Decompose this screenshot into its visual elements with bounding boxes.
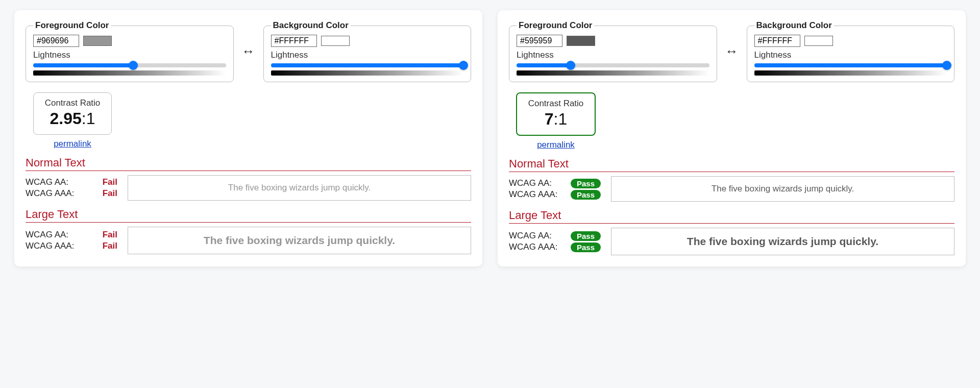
foreground-lightness-slider[interactable] bbox=[33, 63, 226, 76]
wcag-aaa-result: Pass bbox=[571, 190, 601, 200]
wcag-aaa-label: WCAG AAA: bbox=[26, 188, 74, 199]
contrast-ratio-suffix: :1 bbox=[82, 109, 95, 128]
contrast-panel-left: Foreground Color Lightness ↔ Background … bbox=[14, 10, 482, 266]
swap-colors-icon[interactable]: ↔ bbox=[724, 43, 740, 59]
color-inputs-row: Foreground Color Lightness ↔ Background … bbox=[26, 20, 471, 82]
wcag-aa-label: WCAG AA: bbox=[509, 178, 552, 188]
foreground-fieldset: Foreground Color Lightness bbox=[26, 20, 234, 82]
gradient-bar bbox=[271, 70, 464, 76]
lightness-label: Lightness bbox=[754, 50, 947, 60]
wcag-aa-result: Pass bbox=[571, 231, 601, 241]
large-text-criteria: WCAG AA:Fail WCAG AAA:Fail bbox=[26, 229, 117, 252]
foreground-swatch[interactable] bbox=[567, 36, 595, 46]
wcag-aa-label: WCAG AA: bbox=[509, 231, 552, 241]
large-text-heading: Large Text bbox=[26, 208, 471, 223]
normal-text-criteria: WCAG AA:Pass WCAG AAA:Pass bbox=[509, 177, 601, 201]
large-text-sample[interactable]: The five boxing wizards jump quickly. bbox=[128, 227, 471, 254]
normal-text-sample[interactable]: The five boxing wizards jump quickly. bbox=[128, 175, 471, 201]
background-legend: Background Color bbox=[754, 20, 834, 31]
wcag-aa-result: Pass bbox=[571, 179, 601, 188]
color-inputs-row: Foreground Color Lightness ↔ Background … bbox=[509, 20, 954, 82]
lightness-label: Lightness bbox=[33, 50, 226, 60]
contrast-panel-right: Foreground Color Lightness ↔ Background … bbox=[498, 10, 966, 266]
contrast-ratio-suffix: :1 bbox=[554, 110, 568, 128]
permalink-link[interactable]: permalink bbox=[537, 140, 575, 150]
foreground-hex-input[interactable] bbox=[517, 35, 562, 47]
background-lightness-slider[interactable] bbox=[271, 63, 464, 76]
wcag-aa-result: Fail bbox=[103, 230, 117, 240]
lightness-label: Lightness bbox=[517, 50, 709, 60]
background-legend: Background Color bbox=[271, 20, 351, 31]
swap-colors-icon[interactable]: ↔ bbox=[241, 43, 256, 59]
contrast-ratio-number: 2.95 bbox=[50, 109, 82, 128]
gradient-bar bbox=[517, 70, 709, 76]
contrast-ratio-title: Contrast Ratio bbox=[45, 98, 101, 108]
contrast-ratio-number: 7 bbox=[545, 110, 554, 128]
large-text-sample[interactable]: The five boxing wizards jump quickly. bbox=[611, 228, 954, 255]
foreground-lightness-slider[interactable] bbox=[517, 63, 709, 76]
foreground-legend: Foreground Color bbox=[33, 20, 111, 31]
background-swatch[interactable] bbox=[321, 36, 350, 46]
normal-text-heading: Normal Text bbox=[509, 157, 954, 172]
wcag-aa-label: WCAG AA: bbox=[26, 177, 68, 187]
foreground-hex-input[interactable] bbox=[33, 35, 79, 47]
wcag-aaa-label: WCAG AAA: bbox=[509, 189, 557, 200]
foreground-legend: Foreground Color bbox=[517, 20, 594, 31]
contrast-ratio-block: Contrast Ratio 2.95:1 permalink bbox=[32, 92, 113, 149]
gradient-bar bbox=[33, 70, 226, 76]
contrast-ratio-card: Contrast Ratio 7:1 bbox=[516, 92, 596, 136]
normal-text-sample[interactable]: The five boxing wizards jump quickly. bbox=[611, 176, 954, 202]
contrast-ratio-card: Contrast Ratio 2.95:1 bbox=[33, 92, 112, 135]
background-lightness-slider[interactable] bbox=[754, 63, 947, 76]
gradient-bar bbox=[754, 70, 947, 76]
contrast-ratio-block: Contrast Ratio 7:1 permalink bbox=[515, 92, 597, 150]
wcag-aaa-result: Fail bbox=[103, 188, 117, 199]
normal-text-heading: Normal Text bbox=[26, 156, 471, 171]
foreground-swatch[interactable] bbox=[83, 36, 112, 46]
background-fieldset: Background Color Lightness bbox=[263, 20, 472, 82]
wcag-aa-label: WCAG AA: bbox=[26, 230, 68, 240]
lightness-label: Lightness bbox=[271, 50, 464, 60]
wcag-aa-result: Fail bbox=[103, 177, 117, 187]
wcag-aaa-result: Pass bbox=[571, 243, 601, 252]
normal-text-criteria: WCAG AA:Fail WCAG AAA:Fail bbox=[26, 176, 117, 200]
background-swatch[interactable] bbox=[804, 36, 833, 46]
large-text-criteria: WCAG AA:Pass WCAG AAA:Pass bbox=[509, 230, 601, 253]
background-hex-input[interactable] bbox=[271, 35, 317, 47]
contrast-ratio-title: Contrast Ratio bbox=[528, 99, 584, 109]
wcag-aaa-result: Fail bbox=[103, 241, 117, 251]
wcag-aaa-label: WCAG AAA: bbox=[26, 241, 74, 251]
permalink-link[interactable]: permalink bbox=[54, 139, 91, 149]
background-hex-input[interactable] bbox=[754, 35, 800, 47]
wcag-aaa-label: WCAG AAA: bbox=[509, 242, 557, 252]
background-fieldset: Background Color Lightness bbox=[747, 20, 955, 82]
large-text-heading: Large Text bbox=[509, 209, 954, 224]
foreground-fieldset: Foreground Color Lightness bbox=[509, 20, 717, 82]
